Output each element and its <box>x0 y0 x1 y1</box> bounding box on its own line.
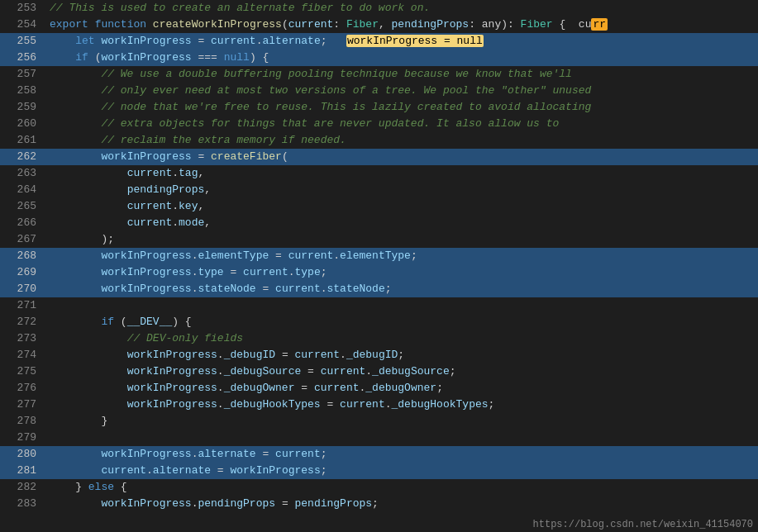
line-content: current.alternate = workInProgress; <box>43 463 758 479</box>
code-line: 274 workInProgress._debugID = current._d… <box>0 347 758 363</box>
line-number: 274 <box>0 347 43 363</box>
code-line: 262 workInProgress = createFiber( <box>0 149 758 165</box>
line-content: export function createWorkInProgress(cur… <box>43 17 758 33</box>
code-line: 259 // node that we're free to reuse. Th… <box>0 99 758 116</box>
code-line: 271 <box>0 297 758 314</box>
code-line: 282 } else { <box>0 479 758 496</box>
line-number: 273 <box>0 330 43 347</box>
line-content: current.mode, <box>43 215 758 231</box>
line-content <box>43 430 758 446</box>
code-line: 281 current.alternate = workInProgress; <box>0 463 758 479</box>
line-number: 260 <box>0 116 43 132</box>
code-line: 279 <box>0 430 758 446</box>
line-content: current.key, <box>43 198 758 215</box>
line-number: 254 <box>0 17 43 33</box>
code-line: 276 workInProgress._debugOwner = current… <box>0 380 758 397</box>
line-content <box>43 297 758 314</box>
line-number: 270 <box>0 281 43 297</box>
line-number: 266 <box>0 215 43 231</box>
line-number: 271 <box>0 297 43 314</box>
line-number: 257 <box>0 66 43 83</box>
code-line: 253// This is used to create an alternat… <box>0 0 758 17</box>
line-content: if (__DEV__) { <box>43 314 758 330</box>
code-line: 263 current.tag, <box>0 165 758 182</box>
line-content: if (workInProgress === null) { <box>43 50 758 66</box>
code-line: 256 if (workInProgress === null) { <box>0 50 758 66</box>
line-content: // extra objects for things that are nev… <box>43 116 758 132</box>
code-line: 278 } <box>0 413 758 430</box>
line-content: workInProgress.alternate = current; <box>43 446 758 463</box>
code-line: 270 workInProgress.stateNode = current.s… <box>0 281 758 297</box>
code-line: 255 let workInProgress = current.alterna… <box>0 33 758 50</box>
line-number: 261 <box>0 132 43 149</box>
line-number: 255 <box>0 33 43 50</box>
line-number: 278 <box>0 413 43 430</box>
line-content: workInProgress.elementType = current.ele… <box>43 248 758 264</box>
line-number: 268 <box>0 248 43 264</box>
line-content: } else { <box>43 479 758 496</box>
line-content: workInProgress._debugOwner = current._de… <box>43 380 758 397</box>
line-content: // node that we're free to reuse. This i… <box>43 99 758 116</box>
line-number: 258 <box>0 83 43 99</box>
line-number: 281 <box>0 463 43 479</box>
code-line: 266 current.mode, <box>0 215 758 231</box>
line-number: 279 <box>0 430 43 446</box>
code-line: 264 pendingProps, <box>0 182 758 198</box>
line-number: 276 <box>0 380 43 397</box>
code-line: 261 // reclaim the extra memory if neede… <box>0 132 758 149</box>
line-content: workInProgress.stateNode = current.state… <box>43 281 758 297</box>
code-line: 283 workInProgress.pendingProps = pendin… <box>0 496 758 512</box>
line-content: workInProgress.type = current.type; <box>43 264 758 281</box>
line-number: 262 <box>0 149 43 165</box>
line-number: 272 <box>0 314 43 330</box>
line-number: 277 <box>0 397 43 413</box>
line-content: workInProgress._debugID = current._debug… <box>43 347 758 363</box>
code-line: 277 workInProgress._debugHookTypes = cur… <box>0 397 758 413</box>
line-number: 275 <box>0 363 43 380</box>
line-content: // This is used to create an alternate f… <box>43 0 758 17</box>
code-line: 267 ); <box>0 231 758 248</box>
line-content: // reclaim the extra memory if needed. <box>43 132 758 149</box>
line-number: 283 <box>0 496 43 512</box>
code-line: 260 // extra objects for things that are… <box>0 116 758 132</box>
code-line: 258 // only ever need at most two versio… <box>0 83 758 99</box>
code-line: 265 current.key, <box>0 198 758 215</box>
line-content: workInProgress._debugSource = current._d… <box>43 363 758 380</box>
line-content: workInProgress.pendingProps = pendingPro… <box>43 496 758 512</box>
line-number: 265 <box>0 198 43 215</box>
line-number: 280 <box>0 446 43 463</box>
line-number: 259 <box>0 99 43 116</box>
line-number: 267 <box>0 231 43 248</box>
code-line: 268 workInProgress.elementType = current… <box>0 248 758 264</box>
line-content: workInProgress = createFiber( <box>43 149 758 165</box>
code-line: 272 if (__DEV__) { <box>0 314 758 330</box>
line-content: ); <box>43 231 758 248</box>
code-line: 269 workInProgress.type = current.type; <box>0 264 758 281</box>
line-number: 282 <box>0 479 43 496</box>
code-line: 257 // We use a double buffering pooling… <box>0 66 758 83</box>
code-line: 273 // DEV-only fields <box>0 330 758 347</box>
line-number: 264 <box>0 182 43 198</box>
line-number: 253 <box>0 0 43 17</box>
code-line: 280 workInProgress.alternate = current; <box>0 446 758 463</box>
line-number: 263 <box>0 165 43 182</box>
status-bar: https://blog.csdn.net/weixin_41154070 <box>528 517 758 532</box>
code-line: 275 workInProgress._debugSource = curren… <box>0 363 758 380</box>
line-content: // DEV-only fields <box>43 330 758 347</box>
line-number: 256 <box>0 50 43 66</box>
line-content: current.tag, <box>43 165 758 182</box>
code-editor: 253// This is used to create an alternat… <box>0 0 758 532</box>
line-content: // We use a double buffering pooling tec… <box>43 66 758 83</box>
line-content: pendingProps, <box>43 182 758 198</box>
line-content: // only ever need at most two versions o… <box>43 83 758 99</box>
line-content: workInProgress._debugHookTypes = current… <box>43 397 758 413</box>
line-number: 269 <box>0 264 43 281</box>
code-line: 254export function createWorkInProgress(… <box>0 17 758 33</box>
line-content: let workInProgress = current.alternate; … <box>43 33 758 50</box>
line-content: } <box>43 413 758 430</box>
